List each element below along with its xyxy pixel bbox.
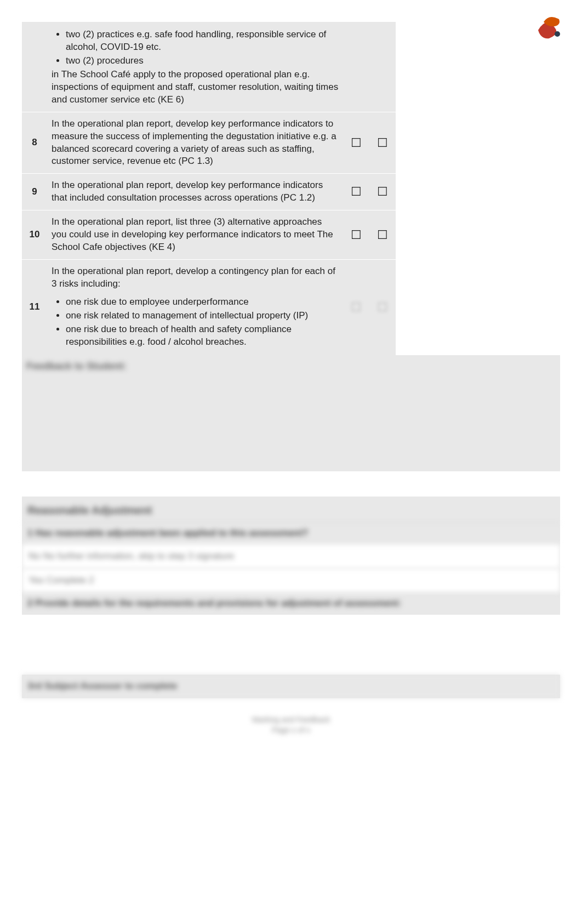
feedback-row: Feedback to Student: [22, 355, 560, 471]
feedback-label: Feedback to Student: [22, 355, 560, 378]
row-desc: In the operational plan report, develop … [47, 112, 343, 174]
comment-cell[interactable] [396, 210, 560, 260]
section-heading: Reasonable Adjustment [22, 497, 560, 522]
feedback-textarea[interactable] [22, 378, 560, 471]
checkbox-not-satisfactory[interactable]: ☐ [377, 137, 388, 149]
row-num [22, 22, 47, 112]
row-tail-text: in The School Café apply to the proposed… [52, 69, 339, 106]
checkbox-not-satisfactory[interactable]: ☐ [377, 229, 388, 241]
footer-line-1: Marking and Feedback [22, 715, 560, 725]
comment-cell[interactable] [396, 112, 560, 174]
row-desc: In the operational plan report, develop … [47, 174, 343, 210]
checkbox-not-satisfactory[interactable]: ☐ [377, 300, 388, 314]
logo-icon [533, 11, 566, 44]
row-num: 11 [22, 260, 47, 355]
bullet-item: one risk due to breach of health and saf… [66, 323, 339, 349]
table-row: 8 In the operational plan report, develo… [22, 112, 560, 174]
comment-cell[interactable] [396, 260, 560, 355]
checkbox-satisfactory[interactable]: ☐ [351, 300, 362, 314]
row-intro-text: In the operational plan report, develop … [52, 265, 339, 290]
table-row: 9 In the operational plan report, develo… [22, 174, 560, 210]
question-2: 2 Provide details for the requirements a… [22, 592, 560, 614]
question-1: 1 Has reasonable adjustment been applied… [22, 522, 560, 544]
sub-heading: 3rd Subject Assessor to complete [22, 675, 560, 698]
checkbox-not-satisfactory[interactable]: ☐ [377, 186, 388, 198]
checkbox-col-1 [343, 22, 369, 112]
bullet-item: two (2) practices e.g. safe food handlin… [66, 28, 339, 54]
comment-cell[interactable] [396, 174, 560, 210]
checkbox-satisfactory[interactable]: ☐ [351, 229, 362, 241]
details-textarea[interactable] [22, 614, 560, 675]
checkbox-col-2 [369, 22, 396, 112]
bullet-item: one risk related to management of intell… [66, 310, 339, 322]
row-desc: two (2) practices e.g. safe food handlin… [47, 22, 343, 112]
checkbox-satisfactory[interactable]: ☐ [351, 137, 362, 149]
reasonable-adjustment-section: Reasonable Adjustment 1 Has reasonable a… [22, 497, 560, 698]
table-row: 10 In the operational plan report, list … [22, 210, 560, 260]
row-num: 8 [22, 112, 47, 174]
table-row: 11 In the operational plan report, devel… [22, 260, 560, 355]
bullet-item: one risk due to employee underperformanc… [66, 296, 339, 309]
row-num: 9 [22, 174, 47, 210]
bullet-item: two (2) procedures [66, 55, 339, 67]
option-yes[interactable]: Yes Complete 2 [22, 568, 560, 592]
checkbox-satisfactory[interactable]: ☐ [351, 186, 362, 198]
assessment-table: two (2) practices e.g. safe food handlin… [22, 22, 560, 471]
page-footer: Marking and Feedback Page x of x [22, 715, 560, 735]
svg-point-0 [555, 31, 560, 37]
row-num: 10 [22, 210, 47, 260]
row-desc: In the operational plan report, develop … [47, 260, 343, 355]
footer-line-2: Page x of x [22, 725, 560, 735]
row-desc: In the operational plan report, list thr… [47, 210, 343, 260]
option-no[interactable]: No No further information, skip to step … [22, 544, 560, 568]
